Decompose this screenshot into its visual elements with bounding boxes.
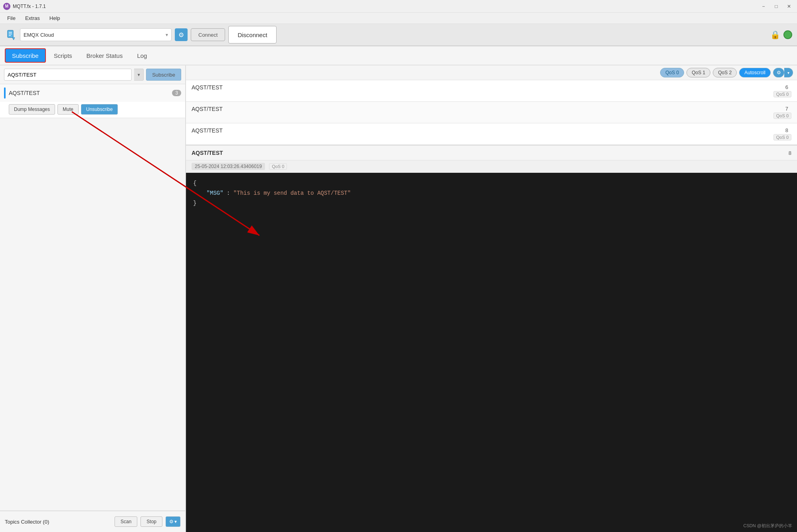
- message-timestamp: 25-05-2024 12:03:26.43406019: [192, 163, 265, 170]
- broker-name: EMQX Cloud: [20, 32, 162, 38]
- menu-bar: File Extras Help: [0, 13, 797, 24]
- autoscroll-button[interactable]: Autoscroll: [739, 68, 771, 77]
- new-connection-icon: [5, 28, 17, 42]
- qos1-button[interactable]: QoS 1: [686, 68, 710, 77]
- message-settings-gear-icon: ⚙: [777, 70, 781, 75]
- message-settings-dropdown-button[interactable]: ▾: [784, 68, 793, 77]
- message-topic: AQST/TEST: [192, 84, 773, 91]
- tab-broker-status[interactable]: Broker Status: [80, 48, 129, 63]
- settings-button[interactable]: ⚙: [175, 28, 188, 41]
- svg-marker-4: [12, 38, 15, 40]
- tab-subscribe[interactable]: Subscribe: [5, 48, 46, 63]
- message-meta: 6 QoS 0: [773, 84, 791, 97]
- message-detail-qos: QoS 0: [269, 163, 287, 170]
- message-qos-badge: QoS 0: [773, 134, 791, 140]
- maximize-button[interactable]: □: [771, 3, 781, 10]
- table-row[interactable]: AQST/TEST 6 QoS 0: [186, 80, 797, 102]
- left-panel: AQST/TEST ▼ Subscribe AQST/TEST 3 Dump M…: [0, 65, 186, 532]
- watermark: CSDN @初出茅庐的小羊: [744, 523, 792, 529]
- right-panel: QoS 0 QoS 1 QoS 2 Autoscroll ⚙ ▾ AQST/TE…: [186, 65, 797, 532]
- body-key: "MSG": [207, 190, 223, 196]
- message-qos-badge: QoS 0: [773, 113, 791, 119]
- tab-bar: Subscribe Scripts Broker Status Log: [0, 46, 797, 65]
- stop-button[interactable]: Stop: [140, 516, 162, 527]
- table-row[interactable]: AQST/TEST 7 QoS 0: [186, 102, 797, 123]
- subscription-count: 3: [172, 90, 181, 96]
- message-list: AQST/TEST 6 QoS 0 AQST/TEST 7 QoS 0 AQST…: [186, 80, 797, 146]
- subscription-actions: Dump Messages Mute Unsubscribe: [0, 102, 185, 118]
- message-number: 6: [785, 84, 788, 90]
- subscription-list: AQST/TEST 3 Dump Messages Mute Unsubscri…: [0, 84, 185, 510]
- connect-button[interactable]: Connect: [191, 28, 225, 41]
- message-qos-badge: QoS 0: [773, 91, 791, 97]
- message-settings-button[interactable]: ⚙: [773, 68, 784, 77]
- message-number: 8: [785, 127, 788, 133]
- disconnect-button[interactable]: Disconnect: [228, 26, 276, 44]
- message-detail-topic: AQST/TEST: [192, 150, 784, 156]
- collector-gear-icon: ⚙: [169, 519, 174, 524]
- lock-icon: 🔒: [770, 30, 780, 40]
- body-colon: :: [223, 190, 233, 196]
- message-meta: 8 QoS 0: [773, 127, 791, 140]
- body-value: "This is my send data to AQST/TEST": [233, 190, 351, 196]
- close-button[interactable]: ✕: [784, 3, 794, 10]
- dump-messages-button[interactable]: Dump Messages: [9, 104, 55, 115]
- unsubscribe-button[interactable]: Unsubscribe: [81, 104, 118, 115]
- message-detail-num: 8: [789, 150, 791, 156]
- subscribe-input-row: AQST/TEST ▼ Subscribe: [0, 65, 185, 84]
- message-number: 7: [785, 106, 788, 112]
- topic-input[interactable]: AQST/TEST: [4, 69, 132, 81]
- subscription-topic: AQST/TEST: [9, 90, 172, 96]
- message-detail-header: AQST/TEST 8: [186, 146, 797, 160]
- menu-help[interactable]: Help: [45, 14, 64, 22]
- subscription-item-header: AQST/TEST 3: [0, 84, 185, 102]
- topics-collector-label: Topics Collector (0): [5, 519, 111, 525]
- message-detail-meta: 25-05-2024 12:03:26.43406019 QoS 0: [186, 160, 797, 173]
- subscription-color-bar: [4, 87, 6, 99]
- qos0-button[interactable]: QoS 0: [660, 68, 684, 77]
- subscribe-action-button[interactable]: Subscribe: [146, 69, 181, 81]
- tab-log[interactable]: Log: [131, 48, 153, 63]
- gear-icon: ⚙: [178, 31, 184, 39]
- broker-dropdown-arrow-icon: ▼: [162, 33, 171, 37]
- mute-button[interactable]: Mute: [57, 104, 79, 115]
- collector-settings-button[interactable]: ⚙ ▾: [166, 516, 180, 527]
- connection-status-indicator: [783, 30, 792, 39]
- table-row[interactable]: AQST/TEST 8 QoS 0: [186, 123, 797, 145]
- message-meta: 7 QoS 0: [773, 106, 791, 119]
- topic-dropdown-arrow-icon[interactable]: ▼: [134, 69, 144, 81]
- message-body: { "MSG" : "This is my send data to AQST/…: [186, 173, 797, 532]
- main-content: AQST/TEST ▼ Subscribe AQST/TEST 3 Dump M…: [0, 65, 797, 532]
- message-topic: AQST/TEST: [192, 106, 773, 112]
- toolbar: EMQX Cloud ▼ ⚙ Connect Disconnect 🔒: [0, 24, 797, 46]
- title-bar-text: MQTT.fx - 1.7.1: [13, 4, 46, 9]
- body-close-brace: }: [193, 200, 196, 206]
- subscription-item: AQST/TEST 3 Dump Messages Mute Unsubscri…: [0, 84, 185, 118]
- broker-selector[interactable]: EMQX Cloud ▼: [20, 28, 172, 41]
- menu-file[interactable]: File: [3, 14, 20, 22]
- menu-extras[interactable]: Extras: [21, 14, 44, 22]
- message-topic: AQST/TEST: [192, 127, 773, 134]
- title-bar: M MQTT.fx - 1.7.1 − □ ✕: [0, 0, 797, 13]
- message-detail: AQST/TEST 8 25-05-2024 12:03:26.43406019…: [186, 146, 797, 532]
- window-controls: − □ ✕: [759, 3, 794, 10]
- minimize-button[interactable]: −: [759, 3, 768, 10]
- message-settings-wrap: ⚙ ▾: [773, 68, 793, 77]
- topics-collector: Topics Collector (0) Scan Stop ⚙ ▾: [0, 510, 185, 532]
- body-open-brace: {: [193, 180, 196, 186]
- tab-scripts[interactable]: Scripts: [47, 48, 79, 63]
- qos2-button[interactable]: QoS 2: [713, 68, 737, 77]
- collector-dropdown-icon: ▾: [174, 519, 177, 524]
- app-icon: M: [3, 3, 10, 10]
- qos-autoscroll-row: QoS 0 QoS 1 QoS 2 Autoscroll ⚙ ▾: [186, 65, 797, 80]
- scan-button[interactable]: Scan: [115, 516, 137, 527]
